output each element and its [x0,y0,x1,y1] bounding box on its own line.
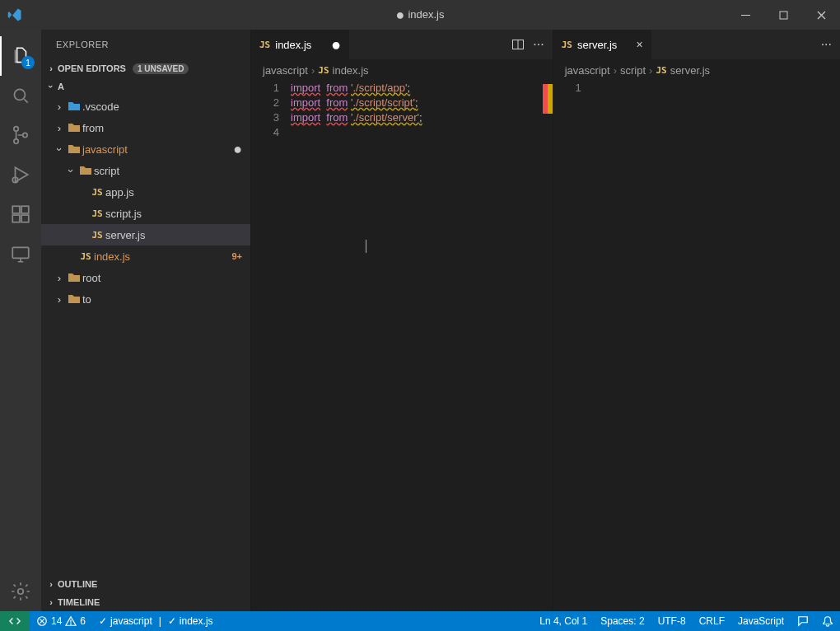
status-check-1[interactable]: ✓ javascript [92,611,159,631]
tree-item-label: to [82,293,250,306]
feedback-icon[interactable] [791,611,815,631]
maximize-button[interactable] [764,0,802,30]
js-file-icon: JS [318,65,329,76]
tree-item-root[interactable]: ›root [41,267,250,288]
window-title: ●index.js [396,7,445,24]
open-editors-header[interactable]: ›OPEN EDITORS 1 UNSAVED [41,59,250,77]
language-mode[interactable]: JavaScript [731,611,791,631]
explorer-icon[interactable]: 1 [0,36,41,76]
cursor-position[interactable]: Ln 4, Col 1 [533,611,594,631]
notifications-icon[interactable] [815,611,840,631]
svg-rect-10 [21,215,29,222]
indentation[interactable]: Spaces: 2 [594,611,651,631]
tree-item-label: index.js [94,250,231,263]
tree-item--vscode[interactable]: ›.vscode [41,96,250,117]
file-tree: ›.vscode›from›javascript●›scriptJSapp.js… [41,96,250,575]
remote-indicator[interactable] [0,611,30,631]
status-check-2[interactable]: ✓ index.js [161,611,220,631]
unsaved-badge: 1 UNSAVED [133,63,189,74]
svg-point-5 [23,133,27,137]
folder-icon [66,122,82,133]
svg-point-2 [14,89,25,100]
editor-pane-right: JS server.js × ··· javascript› script› J… [553,30,840,611]
settings-gear-icon[interactable] [0,572,41,611]
remote-explorer-icon[interactable] [0,234,41,273]
vscode-folder-icon [66,100,82,112]
tree-item-script-js[interactable]: JSscript.js [41,203,250,224]
breadcrumbs-left[interactable]: javascript› JS index.js [251,59,553,81]
js-file-icon: JS [89,208,105,219]
tab-bar-right: JS server.js × ··· [553,30,840,59]
code-editor-right[interactable]: 1 [553,81,840,611]
tab-index-js[interactable]: JS index.js ● [251,30,350,59]
svg-rect-1 [780,12,787,19]
tree-item-label: from [82,122,250,134]
tree-item-label: javascript [82,143,233,156]
close-button[interactable] [802,0,840,30]
text-cursor [366,240,366,253]
editor-area: JS index.js ● ··· javascript› JS index.j… [250,30,840,611]
tree-item-from[interactable]: ›from [41,117,250,138]
timeline-header[interactable]: ›TIMELINE [41,593,250,611]
tree-item-label: script.js [105,208,250,220]
js-file-icon: JS [259,40,270,50]
folder-icon [66,143,82,155]
explorer-sidebar: EXPLORER ›OPEN EDITORS 1 UNSAVED ›A ›.vs… [41,30,250,611]
editor-pane-left: JS index.js ● ··· javascript› JS index.j… [251,30,553,611]
tree-item-app-js[interactable]: JSapp.js [41,181,250,203]
more-actions-icon[interactable]: ··· [821,37,832,52]
git-decoration: 9+ [231,251,242,261]
tree-item-to[interactable]: ›to [41,288,250,310]
run-debug-icon[interactable] [0,155,41,194]
outline-header[interactable]: ›OUTLINE [41,575,250,593]
folder-icon [77,165,94,176]
encoding[interactable]: UTF-8 [651,611,693,631]
eol[interactable]: CRLF [693,611,731,631]
dirty-dot-icon: ● [233,141,242,158]
tree-item-index-js[interactable]: JSindex.js9+ [41,245,250,267]
tree-item-label: server.js [105,229,250,241]
js-file-icon: JS [89,230,105,241]
more-actions-icon[interactable]: ··· [533,37,544,52]
code-editor-left[interactable]: 1234 import from './script/app';import f… [251,81,553,611]
tab-bar-left: JS index.js ● ··· [251,30,553,59]
minimize-button[interactable] [726,0,764,30]
folder-root-header[interactable]: ›A [41,77,250,96]
tree-item-label: .vscode [82,100,250,113]
tree-item-label: app.js [105,186,250,199]
search-icon[interactable] [0,76,41,115]
source-control-icon[interactable] [0,115,41,155]
svg-rect-7 [12,206,20,213]
title-bar: ●index.js [0,0,840,30]
close-icon[interactable]: × [637,38,643,51]
extensions-icon[interactable] [0,194,41,234]
tree-item-label: root [82,272,250,284]
sidebar-title: EXPLORER [41,30,250,59]
tree-item-javascript[interactable]: ›javascript● [41,138,250,160]
svg-rect-9 [12,215,20,222]
vscode-icon [0,7,30,22]
tree-item-label: script [94,165,250,177]
tab-server-js[interactable]: JS server.js × [553,30,652,59]
svg-rect-8 [21,206,29,213]
js-file-icon: JS [562,40,572,50]
overview-ruler[interactable] [538,81,553,611]
svg-point-3 [14,127,18,131]
js-file-icon: JS [89,187,105,198]
breadcrumbs-right[interactable]: javascript› script› JS server.js [553,59,840,81]
tree-item-server-js[interactable]: JSserver.js [41,224,250,245]
svg-point-17 [71,624,72,624]
svg-rect-11 [12,247,29,258]
explorer-badge: 1 [21,56,35,69]
js-file-icon: JS [656,65,666,76]
activity-bar: 1 [0,30,41,611]
folder-icon [66,293,82,305]
problems-indicator[interactable]: 14 6 [30,611,92,631]
svg-rect-0 [741,15,750,16]
folder-icon [66,272,82,283]
js-file-icon: JS [77,251,94,262]
svg-point-12 [18,589,24,595]
split-editor-icon[interactable] [511,38,525,51]
svg-point-4 [14,139,18,143]
tree-item-script[interactable]: ›script [41,160,250,181]
